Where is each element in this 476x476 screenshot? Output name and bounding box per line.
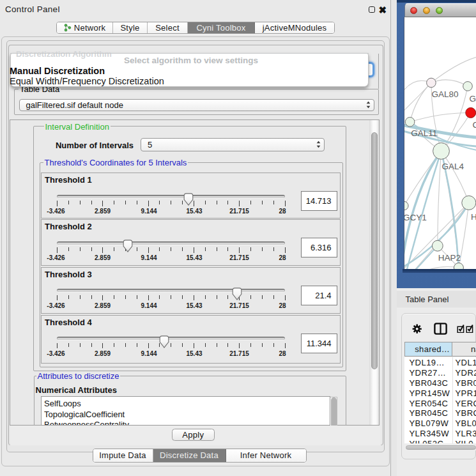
- svg-text:GAL11: GAL11: [411, 128, 437, 138]
- svg-text:GCY1: GCY1: [404, 213, 427, 222]
- svg-text:GAL4: GAL4: [442, 162, 464, 171]
- svg-text:GAL80: GAL80: [432, 89, 459, 99]
- svg-text:GA: GA: [470, 94, 476, 104]
- svg-text:HAP2: HAP2: [438, 253, 461, 263]
- svg-text:H: H: [471, 212, 476, 222]
- svg-text:C: C: [473, 120, 476, 130]
